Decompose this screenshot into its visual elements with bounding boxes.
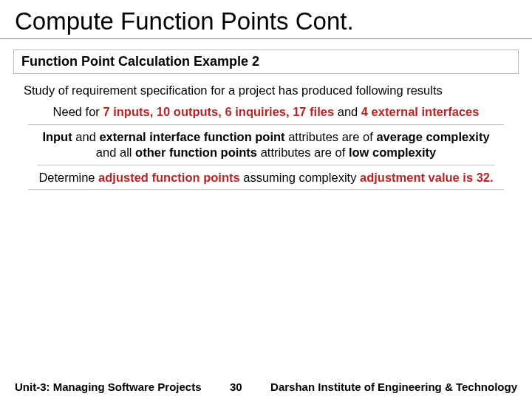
slide-title: Compute Function Points Cont. [0,0,532,39]
text: Need for [53,105,103,118]
line-3: Input and external interface function po… [37,125,495,166]
text: and [334,105,361,118]
line-1: Study of requirement specification for a… [21,78,511,100]
red-text: 6 inquiries, [225,105,289,118]
bold-text: average complexity [376,130,489,143]
footer-left: Unit-3: Managing Software Projects [15,381,202,393]
footer-page: 30 [202,381,271,393]
text: attributes are of [285,130,377,143]
red-text: adjusted function points [98,171,240,184]
bold-text: other function points [135,146,257,159]
text: Determine [38,171,98,184]
section-title: Function Point Calculation Example 2 [13,50,519,74]
line-2: Need for 7 inputs, 10 outputs, 6 inquiri… [28,100,504,124]
red-text: 10 outputs, [157,105,222,118]
red-text: 4 external interfaces [361,105,480,118]
text: and [72,130,100,143]
bold-text: external interface function point [99,130,284,143]
red-text: 17 files [293,105,334,118]
red-text: 7 inputs, [103,105,153,118]
red-text: adjustment value is 32. [360,171,494,184]
bold-text: Input [42,130,72,143]
footer-right: Darshan Institute of Engineering & Techn… [270,381,517,393]
content-area: Study of requirement specification for a… [0,74,532,190]
text: and all [96,146,135,159]
bold-text: low complexity [349,146,436,159]
footer: Unit-3: Managing Software Projects 30 Da… [0,381,532,393]
text: assuming complexity [240,171,360,184]
text: attributes are of [257,146,349,159]
line-4: Determine adjusted function points assum… [28,166,504,190]
